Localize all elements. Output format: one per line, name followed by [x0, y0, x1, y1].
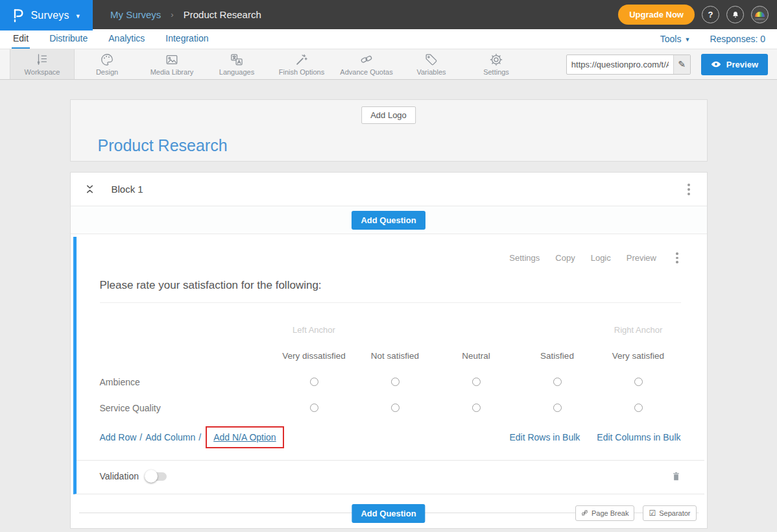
topbar-actions: Upgrade Now ?: [618, 5, 777, 25]
edit-url-pencil-icon[interactable]: ✎: [673, 55, 690, 74]
toolbar-item-design[interactable]: Design: [75, 49, 139, 79]
toolbar-item-workspace[interactable]: Workspace: [10, 49, 75, 79]
eye-icon: [711, 60, 721, 68]
gear-icon: [489, 53, 503, 67]
radio-button[interactable]: [310, 404, 318, 412]
add-question-row-top: Add Question: [71, 206, 707, 234]
row-label[interactable]: Ambience: [100, 377, 274, 387]
matrix-row-ambience: Ambience: [100, 369, 681, 395]
avatar-image: [755, 12, 765, 17]
breadcrumb-my-surveys[interactable]: My Surveys: [110, 9, 161, 20]
validation-row: Validation: [77, 460, 704, 494]
top-bar: Surveys ▼ My Surveys › Product Research …: [0, 0, 777, 29]
survey-url-box: ✎: [566, 54, 691, 75]
radio-button[interactable]: [391, 378, 400, 386]
question-menu-kebab-icon[interactable]: [673, 250, 681, 266]
radio-button[interactable]: [634, 404, 643, 412]
radio-button[interactable]: [310, 378, 318, 386]
page-break-button[interactable]: Page Break: [575, 505, 634, 521]
column-header[interactable]: Not satisfied: [355, 351, 436, 361]
survey-url-input[interactable]: [567, 55, 673, 74]
block-title: Block 1: [112, 184, 143, 195]
brand-menu[interactable]: Surveys ▼: [0, 0, 93, 30]
toolbar-item-variables[interactable]: Variables: [399, 49, 464, 79]
page-break-icon: [581, 509, 588, 516]
row-label[interactable]: Service Quality: [100, 403, 274, 413]
add-column-link[interactable]: Add Column: [145, 432, 195, 442]
add-logo-button[interactable]: Add Logo: [361, 106, 416, 124]
breadcrumb: My Surveys › Product Research: [110, 9, 261, 20]
column-header[interactable]: Very dissatisfied: [274, 351, 355, 361]
magic-wand-icon: [294, 53, 309, 67]
left-anchor-placeholder[interactable]: Left Anchor: [274, 325, 355, 335]
right-anchor-placeholder[interactable]: Right Anchor: [598, 325, 679, 335]
media-image-icon: [165, 53, 179, 67]
survey-nav: Edit Distribute Analytics Integration To…: [0, 29, 777, 49]
separator-button[interactable]: ☑ Separator: [643, 505, 696, 521]
upgrade-now-button[interactable]: Upgrade Now: [618, 5, 695, 25]
radio-button[interactable]: [553, 404, 562, 412]
tab-analytics[interactable]: Analytics: [107, 29, 146, 49]
question-logic-link[interactable]: Logic: [591, 253, 611, 263]
chevron-down-icon: ▼: [684, 36, 690, 43]
question-text[interactable]: Please rate your satisfaction for the fo…: [100, 279, 681, 303]
question-settings-link[interactable]: Settings: [509, 253, 540, 263]
workspace-icon: [35, 53, 49, 67]
block-bottom-bar: Add Question Page Break ☑ Separator: [71, 497, 707, 528]
add-row-link[interactable]: Add Row: [100, 432, 137, 442]
radio-button[interactable]: [634, 378, 643, 386]
preview-button[interactable]: Preview: [701, 54, 768, 75]
notifications-button[interactable]: [726, 6, 744, 23]
toolbar-item-advance-quotas[interactable]: Advance Quotas: [334, 49, 399, 79]
edit-columns-in-bulk-link[interactable]: Edit Columns in Bulk: [597, 432, 680, 442]
design-palette-icon: [100, 53, 114, 67]
questionpro-logo-icon: [12, 8, 25, 23]
toolbar-item-settings[interactable]: Settings: [464, 49, 529, 79]
breadcrumb-current-survey: Product Research: [184, 9, 261, 20]
help-button[interactable]: ?: [702, 6, 719, 23]
user-avatar[interactable]: [751, 6, 769, 23]
column-header[interactable]: Neutral: [436, 351, 517, 361]
responses-count: Responses: 0: [710, 34, 765, 44]
separator-checkbox-icon: ☑: [649, 509, 656, 518]
tab-edit[interactable]: Edit: [12, 29, 30, 49]
radio-button[interactable]: [391, 404, 400, 412]
survey-editor-content: Add Logo Product Research Block 1 Add Qu…: [0, 80, 777, 529]
column-header[interactable]: Satisfied: [517, 351, 598, 361]
add-na-option-link[interactable]: Add N/A Option: [213, 432, 276, 442]
product-name: Surveys: [30, 10, 69, 21]
tools-dropdown[interactable]: Tools ▼: [660, 34, 691, 44]
add-question-button-top[interactable]: Add Question: [352, 211, 425, 230]
breadcrumb-separator-icon: ›: [171, 10, 173, 19]
matrix-edit-links: Add Row / Add Column / Add N/A Option Ed…: [100, 426, 681, 448]
radio-button[interactable]: [553, 378, 562, 386]
question-card: Settings Copy Logic Preview Please rate …: [73, 237, 704, 494]
add-question-button-bottom[interactable]: Add Question: [352, 504, 425, 523]
languages-translate-icon: [230, 53, 244, 67]
block-header: Block 1: [71, 173, 707, 206]
matrix-table: Left Anchor Right Anchor Very dissatisfi…: [100, 317, 681, 421]
validation-toggle[interactable]: [147, 472, 167, 481]
question-preview-link[interactable]: Preview: [627, 253, 656, 263]
survey-header-card: Add Logo Product Research: [70, 99, 708, 162]
toolbar-item-media-library[interactable]: Media Library: [139, 49, 204, 79]
validation-label: Validation: [100, 471, 139, 481]
radio-button[interactable]: [472, 378, 481, 386]
survey-title[interactable]: Product Research: [98, 136, 228, 155]
question-copy-link[interactable]: Copy: [555, 253, 575, 263]
edit-rows-in-bulk-link[interactable]: Edit Rows in Bulk: [509, 432, 580, 442]
delete-question-trash-icon[interactable]: [671, 471, 681, 482]
collapse-block-icon[interactable]: [85, 184, 95, 195]
tab-integration[interactable]: Integration: [164, 29, 209, 49]
block-card: Block 1 Add Question Settings Copy Logic…: [70, 172, 708, 529]
column-header[interactable]: Very satisfied: [598, 351, 679, 361]
matrix-row-service-quality: Service Quality: [100, 395, 681, 421]
chevron-down-icon: ▼: [75, 13, 81, 19]
tab-distribute[interactable]: Distribute: [48, 29, 89, 49]
question-actions: Settings Copy Logic Preview: [100, 237, 681, 266]
block-menu-kebab-icon[interactable]: [685, 181, 693, 198]
toolbar-item-finish-options[interactable]: Finish Options: [269, 49, 334, 79]
toolbar-item-languages[interactable]: Languages: [204, 49, 269, 79]
bell-icon: [731, 10, 740, 19]
radio-button[interactable]: [472, 404, 481, 412]
